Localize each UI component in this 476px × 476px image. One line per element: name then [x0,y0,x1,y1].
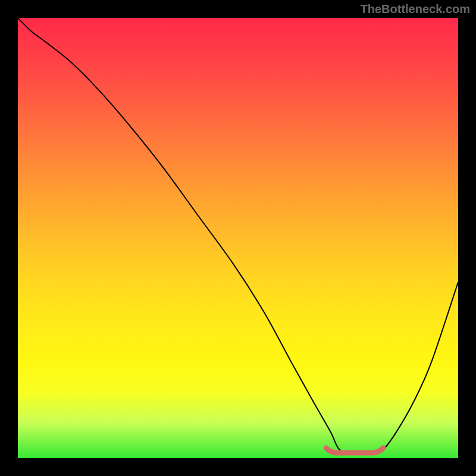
curve-svg [18,18,458,458]
chart-container: TheBottleneck.com [0,0,476,476]
valley-marker [326,448,383,453]
bottleneck-curve [18,18,458,454]
plot-area [18,18,458,458]
watermark-label: TheBottleneck.com [361,2,470,16]
